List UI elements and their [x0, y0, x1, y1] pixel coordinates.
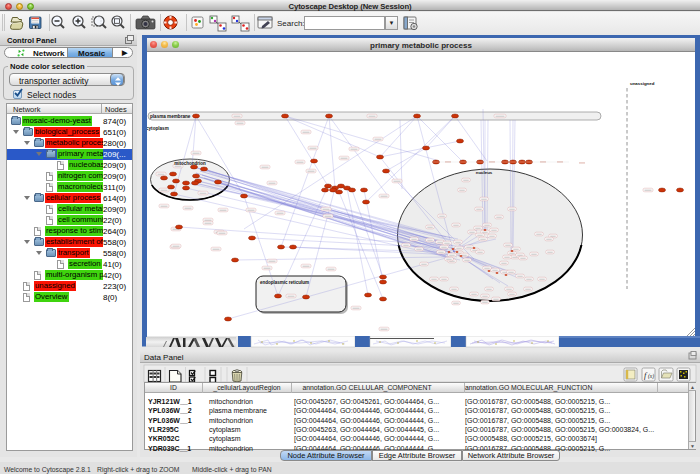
svg-text:mitochondrion: mitochondrion	[174, 161, 206, 166]
svg-text:plasma membrane: plasma membrane	[150, 114, 191, 119]
svg-text:(x): (x)	[648, 373, 654, 380]
svg-text:cytoplasm: cytoplasm	[147, 126, 169, 131]
svg-text:endoplasmic reticulum: endoplasmic reticulum	[260, 280, 309, 285]
svg-text:unassigned: unassigned	[630, 81, 655, 86]
svg-text:nucleus: nucleus	[476, 170, 493, 175]
